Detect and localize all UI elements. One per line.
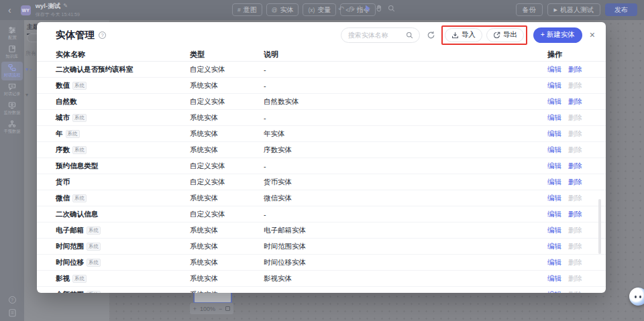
row-actions: 编辑删除 [547, 290, 598, 294]
entity-name: 二次确认是否预约该科室 [56, 65, 133, 73]
edit-link[interactable]: 编辑 [547, 178, 561, 186]
redo-icon[interactable]: ↷ [349, 5, 355, 13]
edit-link[interactable]: 编辑 [547, 290, 561, 294]
info-icon[interactable]: ? [99, 31, 106, 39]
topbar-actions: 备份 ▶ 机器人测试 发布 [516, 3, 637, 16]
table-row: 时间位移系统 系统实体 时间位移实体 编辑删除 [37, 255, 606, 271]
row-actions: 编辑删除 [547, 162, 598, 171]
table-row: 货币 自定义实体 货币实体 编辑删除 [37, 174, 606, 190]
sidebar-label: 配置 [8, 35, 16, 41]
entity-name: 序数 [56, 145, 70, 153]
theme-list-item[interactable]: ▾ [25, 92, 28, 98]
cursor-tool-icon[interactable] [365, 5, 371, 13]
delete-link: 删除 [568, 81, 582, 89]
nav-intents-button[interactable]: # 意图 [232, 3, 262, 16]
zoom-out-button[interactable]: − [219, 306, 222, 312]
doc-title: wyl-测试 [36, 3, 60, 9]
edit-link[interactable]: 编辑 [547, 210, 561, 218]
entity-name-cell: 时间位移系统 [56, 258, 190, 267]
edit-title-icon[interactable]: ✎ [63, 3, 68, 9]
play-icon: ▶ [554, 7, 557, 13]
nav-intents-label: 意图 [244, 5, 257, 15]
entity-name: 电子邮箱 [56, 226, 84, 234]
edit-link[interactable]: 编辑 [547, 97, 561, 105]
sidebar-item-knowledge-base[interactable]: 知识库 [1, 43, 23, 62]
entity-type-cell: 系统实体 [190, 113, 264, 123]
delete-link[interactable]: 删除 [568, 178, 582, 186]
edit-link[interactable]: 编辑 [547, 129, 561, 137]
entity-type-cell: 系统实体 [190, 129, 264, 139]
feedback-doc-icon[interactable] [9, 309, 16, 317]
theme-filter-all[interactable]: 所有 [25, 50, 36, 57]
delete-link[interactable]: 删除 [568, 210, 582, 218]
entity-name: 货币 [56, 178, 70, 186]
assistant-mascot[interactable] [629, 287, 644, 306]
canvas-tools: ↶ ↷ [338, 5, 395, 13]
search-icon[interactable] [406, 31, 413, 39]
system-badge: 系统 [87, 227, 101, 235]
system-badge: 系统 [87, 291, 101, 294]
import-button[interactable]: 导入 [445, 28, 482, 42]
export-button[interactable]: 导出 [486, 28, 524, 42]
undo-icon[interactable]: ↶ [338, 5, 344, 13]
sidebar-item-dialog-flow[interactable]: 对话流程 [1, 62, 23, 80]
entity-desc-cell: - [264, 114, 547, 122]
table-row: 预约信息类型 自定义实体 - 编辑删除 [37, 158, 606, 174]
robot-test-button[interactable]: ▶ 机器人测试 [547, 3, 600, 16]
sidebar-item-dialog-records[interactable]: 对话记录 [1, 80, 23, 99]
row-actions: 编辑删除 [547, 274, 598, 283]
sidebar-item-config[interactable]: 配置 [1, 24, 23, 43]
sidebar-item-intervention-data[interactable]: 干预数据 [1, 118, 23, 137]
zoom-control: + 100% − [190, 303, 233, 314]
edit-link[interactable]: 编辑 [547, 226, 561, 234]
publish-button[interactable]: 发布 [605, 3, 637, 16]
row-actions: 编辑删除 [547, 178, 598, 187]
edit-link[interactable]: 编辑 [547, 242, 561, 250]
entity-type-cell: 系统实体 [190, 145, 264, 155]
delete-link[interactable]: 删除 [568, 65, 582, 73]
refresh-icon[interactable] [427, 31, 435, 40]
delete-link: 删除 [568, 113, 582, 121]
entity-desc-cell: - [264, 82, 547, 90]
row-actions: 编辑删除 [547, 81, 598, 90]
nav-entities-button[interactable]: @ 实体 [266, 3, 299, 16]
fit-screen-icon[interactable] [225, 306, 230, 311]
edit-link[interactable]: 编辑 [547, 194, 561, 202]
edit-link[interactable]: 编辑 [547, 162, 561, 170]
sidebar-item-monitor-data[interactable]: 监控数据 [1, 99, 23, 118]
close-icon[interactable]: × [590, 30, 595, 40]
monitor-icon [8, 101, 16, 109]
theme-list-item[interactable]: ▾ • [25, 66, 32, 72]
table-row: 二次确认是否预约该科室 自定义实体 - 编辑删除 [37, 62, 606, 78]
zoom-in-button[interactable]: + [193, 306, 197, 312]
entity-name-cell: 电子邮箱系统 [56, 226, 190, 235]
search-canvas-icon[interactable] [388, 5, 395, 13]
edit-link[interactable]: 编辑 [547, 65, 561, 73]
backup-button[interactable]: 备份 [516, 3, 543, 16]
back-icon[interactable]: ‹ [8, 5, 11, 15]
edit-link[interactable]: 编辑 [547, 81, 561, 89]
create-entity-button[interactable]: + 新建实体 [533, 27, 582, 43]
zoom-level: 100% [200, 306, 215, 312]
edit-link[interactable]: 编辑 [547, 274, 561, 282]
sidebar-label: 对话记录 [4, 91, 21, 97]
help-icon[interactable]: ? [9, 296, 16, 304]
sliders-icon [8, 26, 16, 34]
entity-search-input[interactable] [348, 31, 406, 39]
nodes-icon [8, 120, 16, 128]
row-actions: 编辑删除 [547, 113, 598, 123]
edit-link[interactable]: 编辑 [547, 258, 561, 266]
delete-link[interactable]: 删除 [568, 162, 582, 170]
nav-variables-button[interactable]: (x) 变量 [303, 3, 336, 16]
pan-hand-icon[interactable] [376, 5, 383, 13]
modal-title: 实体管理 [56, 29, 95, 42]
entity-desc-cell: 年实体 [264, 129, 547, 139]
table-scrollbar[interactable] [598, 199, 601, 254]
entity-name-cell: 序数系统 [56, 145, 190, 155]
edit-link[interactable]: 编辑 [547, 145, 561, 153]
delete-link[interactable]: 删除 [568, 97, 582, 105]
edit-link[interactable]: 编辑 [547, 113, 561, 121]
column-entity-name: 实体名称 [56, 50, 190, 60]
entity-type-cell: 自定义实体 [190, 97, 264, 107]
row-actions: 编辑删除 [547, 97, 598, 107]
